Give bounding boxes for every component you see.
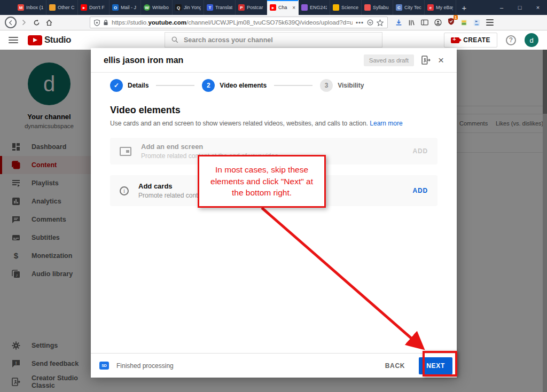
browser-tab[interactable]: P Postcar [236, 0, 267, 15]
browser-tab[interactable]: e My eBay [425, 0, 456, 15]
help-icon[interactable]: ? [506, 35, 516, 45]
extension-flag-icon[interactable] [473, 19, 480, 26]
tab-favicon [364, 4, 371, 11]
account-avatar[interactable]: d [525, 33, 538, 47]
tab-favicon [301, 4, 308, 11]
tab-title: Inbox (1 [26, 5, 43, 10]
step-video-elements[interactable]: 2 Video elements [202, 79, 267, 92]
tab-title: Don't F [89, 5, 106, 10]
browser-tab[interactable]: Q Jin Yong [173, 0, 204, 15]
tab-title: Translat [215, 5, 232, 10]
tab-favicon: ▸ [81, 4, 87, 11]
tracking-protection-icon[interactable] [94, 19, 100, 26]
tab-favicon: T [207, 4, 213, 11]
forward-button[interactable] [17, 17, 30, 28]
browser-tab[interactable]: Syllabu [362, 0, 393, 15]
back-button[interactable]: BACK [385, 362, 405, 370]
create-camera-icon [451, 37, 459, 43]
adblock-icon[interactable]: 1 [448, 18, 455, 27]
create-button[interactable]: CREATE [444, 33, 497, 48]
browser-tab[interactable]: Other C [46, 0, 78, 15]
video-title: ellis jason iron man [104, 56, 356, 65]
tab-list: M Inbox (1 Other C ▸ Don't F O [15, 0, 456, 15]
browser-tab[interactable]: W Writebo [141, 0, 173, 15]
tab-favicon: P [238, 4, 245, 11]
youtube-logo-icon [28, 35, 42, 45]
channel-search-input[interactable]: Search across your channel [165, 32, 382, 48]
next-button[interactable]: NEXT [419, 357, 452, 374]
tab-title: Cha [278, 5, 290, 10]
browser-tab[interactable]: T Translat [204, 0, 236, 15]
dialog-header: ellis jason iron man Saved as draft × [91, 48, 457, 73]
lock-icon [103, 19, 108, 26]
tab-title: My eBay [436, 5, 453, 10]
search-icon [171, 36, 178, 43]
sidebar-toggle-icon[interactable] [421, 19, 428, 26]
tab-favicon: C [396, 4, 402, 11]
bookmark-star-icon[interactable] [377, 19, 384, 26]
step-details[interactable]: ✓ Details [110, 79, 149, 92]
reload-button[interactable] [30, 17, 43, 28]
learn-more-link[interactable]: Learn more [370, 120, 402, 127]
add-cards-button[interactable]: ADD [413, 187, 428, 194]
browser-tab[interactable]: M Inbox (1 [15, 0, 46, 15]
browser-tab[interactable]: ▸ Cha × [267, 0, 299, 15]
downloads-icon[interactable] [395, 19, 402, 26]
section-heading: Video elements [110, 105, 437, 116]
studio-wordmark: Studio [44, 35, 71, 45]
tab-favicon: ▸ [270, 4, 276, 11]
search-placeholder: Search across your channel [184, 36, 273, 44]
tab-favicon: Q [175, 4, 182, 11]
step-2-circle: 2 [202, 79, 215, 92]
tab-favicon: W [144, 4, 150, 11]
window-minimize-button[interactable]: – [493, 0, 511, 15]
step-connector [156, 85, 194, 86]
page-actions-icon[interactable]: ••• [356, 19, 364, 26]
add-end-screen-button: ADD [413, 147, 428, 155]
studio-logo[interactable]: Studio [28, 35, 71, 45]
tab-title: Jin Yong [184, 5, 201, 10]
tab-favicon: O [112, 4, 119, 11]
tab-favicon [333, 4, 339, 11]
toolbar-icons: 1 [395, 18, 494, 27]
step-1-circle: ✓ [110, 79, 123, 92]
menu-icon[interactable] [486, 19, 494, 26]
browser-toolbar: https://studio.youtube.com/channel/UCWJP… [0, 15, 547, 30]
tab-close-icon[interactable]: × [292, 5, 295, 11]
browser-tab[interactable]: ENG242 [299, 0, 330, 15]
window-maximize-button[interactable]: □ [511, 0, 529, 15]
annotation-callout: In most cases, skip these elements and c… [198, 155, 326, 208]
window-close-button[interactable]: × [529, 0, 547, 15]
tab-favicon: M [18, 4, 24, 11]
youtube-studio-page: Studio Search across your channel CREATE… [0, 30, 547, 392]
tab-title: Writebo [152, 5, 169, 10]
tabbar-spacer [472, 0, 493, 15]
address-bar[interactable]: https://studio.youtube.com/channel/UCWJP… [90, 17, 388, 28]
tab-title: Postcar [247, 5, 264, 10]
browser-tab[interactable]: ▸ Don't F [78, 0, 110, 15]
close-icon[interactable]: × [438, 54, 444, 66]
browser-tab[interactable]: Science [330, 0, 362, 15]
extension-green-icon[interactable] [460, 19, 467, 26]
browser-window: M Inbox (1 Other C ▸ Don't F O [0, 0, 547, 392]
studio-menu-icon[interactable] [9, 37, 18, 43]
pocket-icon[interactable] [367, 19, 373, 26]
tab-title: Other C [58, 5, 75, 10]
step-visibility[interactable]: 3 Visibility [320, 79, 364, 92]
back-button[interactable] [4, 17, 17, 28]
account-icon[interactable] [434, 19, 442, 26]
info-icon: i [120, 186, 129, 195]
browser-tab[interactable]: O Mail - J [110, 0, 141, 15]
tab-title: Syllabu [373, 5, 390, 10]
step-connector [274, 85, 312, 86]
tab-title: Science [341, 5, 358, 10]
section-description: Use cards and an end screen to show view… [110, 120, 437, 127]
library-icon[interactable] [408, 19, 415, 26]
tab-title: City Tec [404, 5, 421, 10]
browser-tab[interactable]: C City Tec [393, 0, 425, 15]
new-tab-button[interactable]: + [456, 0, 472, 15]
tab-title: ENG242 [310, 5, 327, 10]
home-button[interactable] [43, 17, 56, 28]
tab-title: Mail - J [121, 5, 138, 10]
exit-icon[interactable] [421, 56, 431, 65]
